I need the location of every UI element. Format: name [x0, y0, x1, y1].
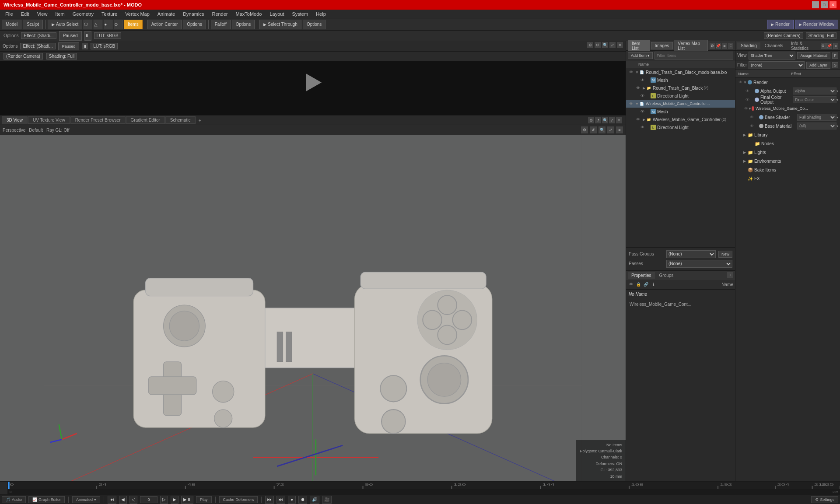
options-button-1[interactable]: Options	[183, 20, 206, 29]
list-item[interactable]: 👁 ▼ 📄 Round_Trash_Can_Black_modo-base.lx…	[626, 68, 735, 76]
list-item[interactable]: 👁 M Mesh	[626, 76, 735, 84]
shading-settings-icon[interactable]: ⚙	[821, 43, 826, 49]
pause-icon-btn[interactable]: ⏸	[84, 31, 91, 41]
shading-base-material-item[interactable]: 👁 Base Material (all) ▾	[735, 122, 840, 130]
play-button-area[interactable]	[302, 72, 324, 94]
prev-frame-button[interactable]: ◀	[119, 496, 127, 504]
stop-button[interactable]: ▶⏸	[181, 496, 193, 504]
play-icon[interactable]	[302, 72, 324, 94]
view-settings-icon[interactable]: ⚙	[588, 117, 594, 123]
props-lock-icon[interactable]: 🔒	[635, 281, 641, 287]
options-button-2[interactable]: Options	[232, 20, 255, 29]
3d-viewport[interactable]: Perspective Default Ray GL: Off ⚙ ↺ 🔍 ⤢ …	[0, 125, 626, 481]
shading-nodes-item[interactable]: 👁 📁 Nodes	[735, 139, 840, 148]
base-shader-effect-select[interactable]: Full Shading	[797, 114, 836, 121]
list-item[interactable]: 👁 ▶ 📁 Wireless_Mobile_Game_Controller (2…	[626, 116, 735, 123]
expand-environments[interactable]: ▶	[743, 159, 748, 163]
settings-button[interactable]: ⚙ Settings	[811, 496, 838, 503]
expand-library[interactable]: ▶	[743, 133, 748, 137]
base-material-effect-select[interactable]: (all)	[797, 122, 836, 130]
play-button[interactable]: ▶	[171, 496, 178, 504]
go-start-button[interactable]: ⏮	[108, 496, 116, 504]
menu-texture[interactable]: Texture	[98, 10, 121, 18]
eye-toggle-8[interactable]: 👁	[639, 124, 645, 130]
expand-arrow-3[interactable]: ▶	[642, 86, 646, 90]
sh-eye-4[interactable]: 👁	[744, 105, 748, 112]
paused-button[interactable]: Paused	[59, 31, 82, 41]
eye-toggle-5[interactable]: 👁	[628, 101, 634, 107]
pause-icon2[interactable]: ⏸	[82, 43, 88, 49]
groups-tab[interactable]: Groups	[656, 272, 677, 279]
timeline-ruler[interactable]: 0 24 48 72 96 120 144 168 192 204 216 22…	[8, 482, 840, 494]
transport-6[interactable]: 🎥	[322, 496, 332, 504]
sh-eye-6[interactable]: 👁	[749, 123, 755, 129]
transport-3[interactable]: ●	[288, 496, 296, 504]
render-button[interactable]: ▶ Render	[767, 20, 794, 29]
shading-environments-item[interactable]: 👁 ▶ 📁 Environments	[735, 157, 840, 165]
expand-arrow-7[interactable]: ▶	[642, 118, 646, 122]
transport-1[interactable]: ⏮	[265, 496, 274, 504]
menu-system[interactable]: System	[288, 10, 312, 18]
vp-settings-icon[interactable]: ⚙	[581, 126, 588, 133]
menu-file[interactable]: File	[2, 10, 17, 18]
item-list-f-btn[interactable]: F	[728, 43, 733, 49]
eye-toggle-6[interactable]: 👁	[639, 108, 645, 115]
final-dropdown-arrow[interactable]: ▾	[836, 98, 838, 102]
vp-search-icon[interactable]: 🔍	[598, 126, 606, 133]
mode-icon-3[interactable]: ●	[104, 20, 112, 29]
falloff-button[interactable]: Falloff	[211, 20, 231, 29]
prev-step-button[interactable]: ◁	[130, 496, 137, 504]
menu-vertex-map[interactable]: Vertex Map	[122, 10, 153, 18]
menu-edit[interactable]: Edit	[18, 10, 33, 18]
transport-5[interactable]: 🔊	[310, 496, 319, 504]
item-list-settings-icon[interactable]: ⚙	[710, 43, 715, 49]
sculpt-button[interactable]: Sculpt	[23, 20, 43, 29]
tab-schematic[interactable]: Schematic	[165, 116, 196, 124]
transport-2[interactable]: ⏭	[276, 496, 285, 504]
view-expand-icon[interactable]: ⤢	[609, 117, 615, 123]
tab-render-preset[interactable]: Render Preset Browser	[70, 116, 126, 124]
tab-gradient-editor[interactable]: Gradient Editor	[126, 116, 165, 124]
sh-eye-1[interactable]: 👁	[737, 79, 743, 85]
props-eye-icon[interactable]: 👁	[628, 281, 634, 287]
pass-groups-select[interactable]: (None)	[666, 250, 716, 258]
animated-button[interactable]: Animated ▾	[72, 496, 100, 503]
items-button[interactable]: Items	[124, 20, 142, 29]
menu-item[interactable]: Item	[52, 10, 68, 18]
eye-toggle-7[interactable]: 👁	[635, 116, 641, 122]
assign-material-button[interactable]: Assign Material	[797, 52, 830, 59]
filter-select[interactable]: (none)	[749, 61, 805, 69]
menu-dynamics[interactable]: Dynamics	[179, 10, 207, 18]
transport-4[interactable]: ⏺	[298, 496, 307, 504]
alpha-dropdown-arrow[interactable]: ▾	[836, 89, 838, 93]
item-list-pin-icon[interactable]: 📌	[716, 43, 721, 49]
menu-geometry[interactable]: Geometry	[69, 10, 97, 18]
item-list-more-icon[interactable]: ≡	[722, 43, 727, 49]
select-through-button[interactable]: ▶ Select Through	[259, 20, 301, 29]
filter-items-input[interactable]	[654, 52, 733, 60]
menu-layout[interactable]: Layout	[266, 10, 287, 18]
next-step-button[interactable]: ▷	[160, 496, 168, 504]
frame-input[interactable]: 0	[140, 496, 158, 503]
tab-uv-texture-view[interactable]: UV Texture View	[28, 116, 70, 124]
list-item[interactable]: 👁 ▼ 📄 Wireless_Mobile_Game_Controller...	[626, 100, 735, 108]
add-layer-button[interactable]: Add Layer	[806, 62, 830, 69]
base-material-arrow[interactable]: ▾	[836, 124, 838, 128]
menu-animate[interactable]: Animate	[154, 10, 178, 18]
expand-arrow-5[interactable]: ▼	[635, 102, 639, 106]
mode-icon-4[interactable]: ⊙	[114, 20, 122, 29]
search-icon[interactable]: 🔍	[602, 42, 608, 48]
sh-eye-5[interactable]: 👁	[749, 114, 755, 120]
shading-pin-icon[interactable]: 📌	[826, 43, 832, 49]
list-item[interactable]: 👁 M Mesh	[626, 108, 735, 116]
menu-view[interactable]: View	[34, 10, 51, 18]
sh-eye-3[interactable]: 👁	[744, 97, 750, 103]
expand-lights[interactable]: ▶	[743, 150, 748, 154]
add-tab-button[interactable]: +	[196, 117, 204, 124]
more-icon[interactable]: ≡	[617, 42, 623, 48]
mode-icon-1[interactable]: ⬡	[84, 20, 92, 29]
vp-reset-icon[interactable]: ↺	[590, 126, 597, 133]
props-link-icon[interactable]: 🔗	[643, 281, 649, 287]
shading-fx-item[interactable]: 👁 ✨ FX	[735, 174, 840, 183]
shading-f-btn[interactable]: F	[832, 52, 838, 59]
